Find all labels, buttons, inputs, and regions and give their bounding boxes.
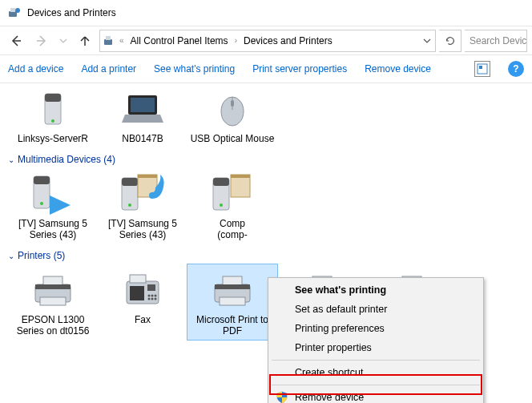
back-button[interactable]	[5, 30, 27, 52]
device-item[interactable]: Comp (comp-	[187, 168, 277, 244]
remove-device-button[interactable]: Remove device	[365, 63, 431, 75]
command-toolbar: Add a device Add a printer See what's pr…	[0, 54, 532, 83]
printer-item[interactable]: EPSON L1300 Series on dt0156	[8, 264, 98, 340]
view-options-button[interactable]	[474, 61, 490, 77]
print-server-properties-button[interactable]: Print server properties	[252, 63, 347, 75]
svg-rect-6	[106, 36, 111, 40]
menu-printer-properties[interactable]: Printer properties	[271, 338, 481, 357]
group-header-multimedia[interactable]: ⌄ Multimedia Devices (4)	[0, 147, 532, 168]
svg-rect-29	[231, 175, 250, 178]
svg-rect-8	[479, 66, 482, 69]
svg-point-39	[155, 295, 157, 297]
uac-shield-icon	[276, 391, 288, 403]
svg-rect-1	[10, 8, 15, 12]
laptop-icon	[117, 87, 168, 131]
svg-point-37	[148, 295, 151, 297]
devices-printers-icon	[8, 6, 21, 19]
see-printing-button[interactable]: See what's printing	[154, 63, 235, 75]
device-label: [TV] Samsung 5 Series (43)	[10, 218, 96, 240]
svg-rect-24	[138, 175, 157, 178]
add-printer-button[interactable]: Add a printer	[81, 63, 136, 75]
printer-icon	[207, 268, 258, 312]
printer-label: Microsoft Print to PDF	[189, 314, 276, 337]
device-label: [TV] Samsung 5 Series (43)	[99, 218, 186, 240]
device-item[interactable]: NB0147B	[98, 83, 187, 147]
printer-item[interactable]: Fax	[98, 264, 187, 340]
navigation-bar: « All Control Panel Items › Devices and …	[0, 26, 532, 54]
svg-rect-32	[40, 297, 66, 305]
svg-point-11	[51, 119, 54, 123]
multimedia-row: [TV] Samsung 5 Series (43) [TV] Samsung …	[0, 168, 532, 244]
breadcrumb-parent[interactable]: All Control Panel Items	[127, 30, 232, 51]
media-server-music-icon	[117, 171, 168, 216]
breadcrumb-current[interactable]: Devices and Printers	[240, 30, 336, 51]
chevron-left-icon[interactable]: «	[119, 36, 124, 45]
search-input[interactable]: Search Device	[465, 30, 527, 52]
svg-point-19	[40, 202, 43, 205]
svg-rect-28	[231, 175, 250, 197]
group-label: Printers (5)	[18, 250, 65, 261]
address-bar[interactable]: « All Control Panel Items › Devices and …	[99, 30, 436, 52]
svg-point-42	[155, 298, 157, 300]
menu-remove-device-label: Remove device	[295, 392, 364, 403]
svg-point-2	[15, 8, 20, 13]
window-titlebar: Devices and Printers	[0, 0, 532, 26]
recent-locations-dropdown[interactable]	[56, 30, 71, 52]
svg-rect-43	[130, 286, 144, 300]
fax-icon	[117, 268, 168, 312]
context-menu: See what's printing Set as default print…	[268, 277, 484, 403]
group-label: Multimedia Devices (4)	[18, 154, 115, 165]
content-pane: Linksys-ServerR NB0147B USB Optical Mous…	[0, 83, 532, 403]
svg-point-22	[128, 204, 131, 207]
svg-rect-16	[231, 100, 234, 107]
devices-printers-small-icon	[103, 34, 116, 47]
chevron-right-icon: ›	[235, 36, 237, 45]
svg-rect-36	[147, 284, 155, 291]
chevron-down-icon: ⌄	[8, 155, 14, 164]
device-item[interactable]: [TV] Samsung 5 Series (43)	[98, 168, 187, 244]
device-item[interactable]: USB Optical Mouse	[187, 83, 277, 147]
up-button[interactable]	[74, 30, 96, 52]
menu-set-default[interactable]: Set as default printer	[271, 300, 481, 319]
svg-rect-21	[122, 178, 138, 186]
refresh-button[interactable]	[439, 30, 461, 52]
add-device-button[interactable]: Add a device	[8, 63, 63, 75]
svg-point-38	[151, 295, 154, 297]
device-item[interactable]: Linksys-ServerR	[8, 83, 98, 147]
svg-rect-35	[130, 275, 146, 283]
forward-button[interactable]	[30, 30, 53, 52]
menu-separator	[272, 385, 480, 385]
device-item[interactable]: [TV] Samsung 5 Series (43)	[8, 168, 98, 244]
group-header-printers[interactable]: ⌄ Printers (5)	[0, 244, 532, 264]
svg-rect-5	[104, 39, 112, 45]
svg-point-27	[220, 204, 223, 207]
search-placeholder: Search Device	[470, 35, 527, 46]
device-row: Linksys-ServerR NB0147B USB Optical Mous…	[0, 83, 532, 147]
svg-rect-46	[220, 297, 245, 305]
menu-create-shortcut[interactable]: Create shortcut	[271, 363, 481, 382]
server-icon	[27, 87, 79, 131]
breadcrumb-current-label: Devices and Printers	[244, 35, 332, 46]
device-label: NB0147B	[122, 133, 163, 144]
svg-point-41	[151, 298, 154, 300]
device-label: USB Optical Mouse	[191, 133, 275, 144]
printer-label: EPSON L1300 Series on dt0156	[10, 314, 96, 337]
menu-printing-preferences[interactable]: Printing preferences	[271, 319, 481, 338]
breadcrumb-parent-label: All Control Panel Items	[131, 35, 228, 46]
menu-remove-device[interactable]: Remove device	[271, 388, 481, 403]
window-title: Devices and Printers	[27, 7, 116, 18]
chevron-down-icon: ⌄	[8, 252, 14, 260]
svg-point-40	[148, 298, 151, 300]
media-server-film-icon	[207, 171, 258, 216]
media-server-play-icon	[27, 171, 79, 216]
address-dropdown[interactable]	[422, 30, 432, 52]
svg-rect-33	[35, 284, 71, 289]
printer-item-selected[interactable]: Microsoft Print to PDF	[187, 264, 277, 340]
device-label: Linksys-ServerR	[18, 133, 88, 144]
device-label: Comp (comp-	[217, 218, 247, 240]
menu-see-printing[interactable]: See what's printing	[271, 280, 481, 300]
printer-icon	[27, 268, 79, 312]
mouse-icon	[207, 87, 258, 131]
svg-rect-0	[9, 11, 17, 17]
help-button[interactable]: ?	[508, 61, 524, 77]
